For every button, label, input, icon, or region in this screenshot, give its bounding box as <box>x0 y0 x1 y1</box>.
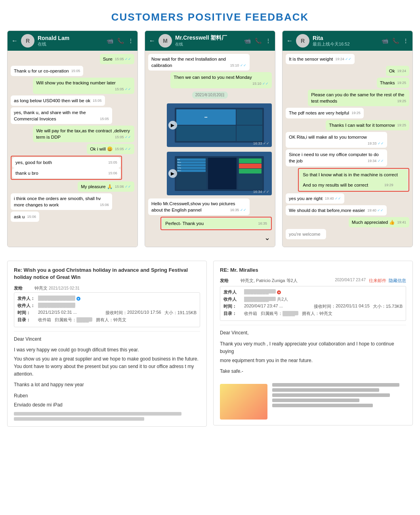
avatar-2: M <box>158 34 172 48</box>
email-line-1: Thank you very much , I really appreciat… <box>220 340 406 355</box>
email-sign: Take safe.- <box>220 368 406 375</box>
page-title: CUSTOMERS POSITIVE FEEDBACK <box>0 0 420 31</box>
sender-dot: ● <box>76 297 80 301</box>
msg: Ok i will 😀 15:05 ✓✓ <box>87 144 134 154</box>
forward-btn[interactable]: ▶ <box>168 121 177 130</box>
email-line-2: more equipment from you in the near futu… <box>220 357 406 364</box>
email-para-3: Thanks a lot and happy new year <box>14 381 200 389</box>
email-folder-value: 收件箱 归属账号：████ 拥有人：钟亮文 <box>38 317 197 323</box>
email2-date: 2020/04/17 23:47 <box>335 278 366 284</box>
msg: Much appreciated 👍 19:41 <box>349 217 409 227</box>
chat-body-1: Sure 15:05 ✓✓ Thank u for ur co-operatio… <box>8 51 137 247</box>
back-arrow-icon[interactable]: ← <box>11 37 18 44</box>
msg: So that I know what is in the machine is… <box>300 170 408 180</box>
menu-icon[interactable]: ⋮ <box>128 38 134 44</box>
email-from-row: 发给 钟亮文 2021/12/15 02:31 <box>14 285 200 291</box>
email2-receiver-row: 收件人 ████████ 共2人 <box>223 296 403 302</box>
chat-header-1: ← R Ronald Lam 在线 📹 📞 ⋮ <box>8 31 137 51</box>
email-salutation-2: Dear Vincent, <box>220 329 406 337</box>
blurred-line <box>272 399 359 402</box>
menu-icon-2[interactable]: ⋮ <box>265 38 271 44</box>
contact-status-1: 在线 <box>38 41 103 47</box>
msg: i think once the orders are smooth, shal… <box>11 193 112 210</box>
email2-footer-area <box>220 380 406 420</box>
email-size-label: 大小：191.15KB <box>164 310 197 316</box>
back-arrow-icon-2[interactable]: ← <box>149 37 155 44</box>
forward-btn-2[interactable]: ▶ <box>168 169 177 178</box>
contact-info-1: Ronald Lam 在线 <box>38 35 103 47</box>
highlighted-msg-box-3: So that I know what is in the machine is… <box>298 168 409 192</box>
highlighted-msg-box-1: yes, good for both 15:05 thank u bro 15:… <box>11 156 122 179</box>
email-para-1: I was very happy we could go trough difi… <box>14 346 200 354</box>
email-time-label: 时间： <box>17 310 38 316</box>
email2-time-value: 2020/04/17 23:47 ... <box>244 303 311 309</box>
header-icons-2: 📹 📞 ⋮ <box>244 38 271 44</box>
email2-sender-col: 发件人 ████████ ● 收件人 ████████ 共2人 <box>223 289 403 303</box>
email-time-value: 2021/12/15 02:31 ... <box>38 310 102 316</box>
email2-time-row: 时间： 2020/04/17 23:47 ... 接收时间： 2022/01/1… <box>223 303 403 309</box>
email-block-1: Re: Wish you a good Christmas holiday in… <box>7 261 207 427</box>
call-icon-2[interactable]: 📞 <box>255 38 262 44</box>
contact-status-2: 在线 <box>175 42 241 47</box>
video-icon-2[interactable]: 📹 <box>244 38 251 44</box>
call-icon[interactable]: 📞 <box>117 38 124 44</box>
video-icon[interactable]: 📹 <box>107 38 113 44</box>
chat-window-1: ← R Ronald Lam 在线 📹 📞 ⋮ Sure 15:05 ✓✓ Th… <box>7 31 138 247</box>
msg: Ok 19:24 <box>386 66 409 76</box>
email-salutation-1: Dear Vincent <box>14 336 200 343</box>
email2-receive-label: 接收时间： <box>314 303 336 309</box>
sender-dot-red: ● <box>277 290 281 294</box>
email-signature-1: Ruben <box>14 392 200 400</box>
screen-cell <box>237 109 262 125</box>
email-from-value: 钟亮文 2021/12/15 02:31 <box>34 285 200 291</box>
emails-section: Re: Wish you a good Christmas holiday in… <box>0 257 420 435</box>
email2-tag-incoming[interactable]: 往来邮件 <box>369 278 386 284</box>
email-receive-label: 接收时间： <box>105 310 127 316</box>
menu-icon-3[interactable]: ⋮ <box>403 38 409 44</box>
avatar-1: R <box>21 34 34 48</box>
header-icons-3: 📹 📞 ⋮ <box>382 38 409 44</box>
msg: We should do that before,more easier 19:… <box>286 205 387 216</box>
email-from-label: 发给 <box>14 285 34 291</box>
msg: Hello Mr.Cresswell,show you two pictures… <box>148 198 250 215</box>
msg: thank u bro 15:06 <box>12 168 120 178</box>
email2-sender-value: ████████ ● <box>244 289 403 295</box>
msg: as long below USD400 then will be ok 15:… <box>11 95 105 106</box>
screen-cell: ■■■ <box>176 109 236 125</box>
msg: Will show you the tracking number later … <box>33 78 134 94</box>
email2-shared-count: 共2人 <box>277 297 288 301</box>
email-subject-1: Re: Wish you a good Christmas holiday in… <box>14 267 200 281</box>
chat-image-2: Arrêt Démar Param Config Défaut <box>167 152 272 195</box>
msg: Perfect- Thank you 16:35 <box>162 218 270 229</box>
msg: The pdf notes are very helpful 19:25 <box>286 108 364 118</box>
email-body-2: Dear Vincent, Thank you very much , I re… <box>220 329 406 420</box>
email-block-2: RE: Mr. Miralles 发给 钟亮文, Patricio Zuniga… <box>213 261 413 425</box>
blurred-footer-1 <box>14 412 181 416</box>
email-para-2: You show us you are a great supplier and… <box>14 355 200 378</box>
email2-sender-row: 发件人 ████████ ● <box>223 289 403 295</box>
back-arrow-icon-3[interactable]: ← <box>286 37 293 44</box>
email-subject-2: RE: Mr. Miralles <box>220 267 258 274</box>
msg: Sure 15:05 ✓✓ <box>100 54 134 64</box>
contact-name-2: Mr.Cresswell 塑料厂 <box>175 34 241 42</box>
video-icon-3[interactable]: 📹 <box>382 38 388 44</box>
image-time-2: 16:34 ✓✓ <box>253 190 269 194</box>
email-receiver-value: ████████████ <box>38 303 197 309</box>
email2-receive-value: 2022/01/11 04:15 <box>336 303 370 309</box>
email2-receiver-value: ████████ 共2人 <box>244 296 403 302</box>
blurred-line <box>272 388 379 392</box>
email2-sender-label: 发件人 <box>223 289 244 295</box>
contact-name-3: Rita <box>313 35 378 41</box>
email2-time-label: 时间： <box>223 303 244 309</box>
blurred-line <box>272 383 399 387</box>
msg: Thanks I can wait for it tomorrow 19:25 <box>326 120 409 130</box>
call-icon-3[interactable]: 📞 <box>392 38 399 44</box>
blurred-footer-2 <box>14 417 144 421</box>
msg: you're welcome <box>286 229 326 239</box>
email2-size: 大小：15.73KB <box>373 303 403 309</box>
avatar-3: R <box>296 34 309 48</box>
email2-from-row: 发给 钟亮文, Patricio Zuniga 等2人 2020/04/17 2… <box>220 278 406 284</box>
scroll-down-icon[interactable]: ⌄ <box>263 232 272 244</box>
email2-tag-hide[interactable]: 隐藏信息 <box>389 278 406 284</box>
email-sender-label: 发件人： <box>17 296 38 301</box>
